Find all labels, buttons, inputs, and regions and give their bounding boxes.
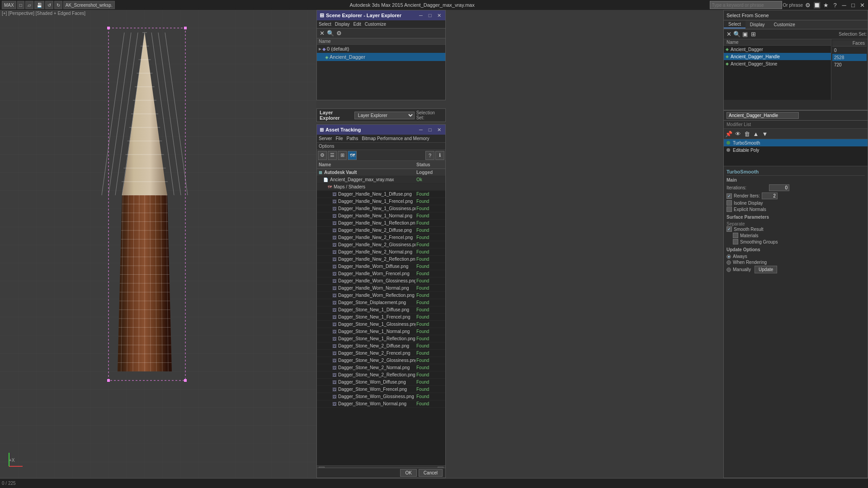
sfs-item-stone[interactable]: ◆ Ancient_Dagger_Stone <box>724 60 831 67</box>
new-btn[interactable]: □ <box>17 1 24 9</box>
at-list-item[interactable]: 🖼Dagger_Stone_New_1_Reflection.pngFound <box>317 335 445 343</box>
at-list-item[interactable]: 🖼Dagger_Stone_New_2_Normal.pngFound <box>317 364 445 371</box>
isoline-checkbox[interactable] <box>726 200 732 206</box>
at-list-item[interactable]: 🖼Dagger_Handle_New_1_Diffuse.pngFound <box>317 191 445 198</box>
scene-filter-btn[interactable]: 🔍 <box>326 29 335 38</box>
mod-move-up-btn[interactable]: ▲ <box>752 130 760 138</box>
sfs-group-btn[interactable]: ⊞ <box>749 30 757 38</box>
at-list-item[interactable]: 🖼Dagger_Handle_New_2_Glossiness.pngFound <box>317 241 445 249</box>
at-list-item[interactable]: 🖼Dagger_Handle_New_1_Frencel.pngFound <box>317 198 445 205</box>
at-list-item[interactable]: 🖼Dagger_Handle_New_1_Normal.pngFound <box>317 212 445 220</box>
scene-options-btn[interactable]: ⚙ <box>335 29 343 38</box>
smoothing-groups-checkbox[interactable] <box>733 239 738 244</box>
render-iters-input[interactable] <box>762 192 778 199</box>
at-ok-btn[interactable]: OK <box>400 469 416 477</box>
scene-menu-select[interactable]: Select <box>319 22 331 27</box>
at-vault-btn[interactable]: ⚙ <box>318 151 327 160</box>
at-list-item[interactable]: 🖼Dagger_Stone_Worn_Glossiness.pngFound <box>317 393 445 400</box>
render-iters-checkbox[interactable] <box>726 193 732 199</box>
at-list-item[interactable]: 🖼Dagger_Handle_New_1_Reflection.pngFound <box>317 220 445 227</box>
at-info-btn[interactable]: ℹ <box>435 151 444 160</box>
at-cancel-btn[interactable]: Cancel <box>419 469 443 477</box>
sfs-display-btn[interactable]: ▣ <box>741 30 749 38</box>
at-list-item[interactable]: 🖼Dagger_Handle_New_2_Diffuse.pngFound <box>317 227 445 234</box>
at-list-item[interactable]: 🖼Dagger_Stone_New_2_Diffuse.pngFound <box>317 343 445 350</box>
sfs-tab-customize[interactable]: Customize <box>769 21 800 28</box>
tree-row-ancient-dagger[interactable]: ◈ Ancient_Dagger <box>317 53 445 61</box>
at-list-item[interactable]: 🖼Dagger_Stone_Worn_Normal.pngFound <box>317 400 445 408</box>
at-list-item[interactable]: 🖼Dagger_Handle_Worn_Reflection.pngFound <box>317 292 445 299</box>
at-list-item[interactable]: 🖼Dagger_Stone_New_1_Diffuse.pngFound <box>317 306 445 314</box>
smooth-result-checkbox[interactable] <box>726 226 732 232</box>
sfs-filter-btn[interactable]: 🔍 <box>733 30 741 38</box>
at-list-item[interactable]: ⊞Autodesk VaultLogged <box>317 169 445 176</box>
mod-move-down-btn[interactable]: ▼ <box>761 130 769 138</box>
at-list-item[interactable]: 🖼Dagger_Handle_New_2_Frencel.pngFound <box>317 234 445 241</box>
at-list-item[interactable]: 🖼Dagger_Stone_New_1_Glossiness.pngFound <box>317 321 445 328</box>
render-icon-btn[interactable]: 🔲 <box>813 1 821 9</box>
materials-checkbox[interactable] <box>733 233 738 238</box>
scene-explorer-close-btn[interactable]: ✕ <box>435 12 443 19</box>
tree-row-default-layer[interactable]: ▶ ◆ 0 (default) <box>317 45 445 53</box>
at-help-btn[interactable]: ? <box>425 151 434 160</box>
at-list-item[interactable]: 🗺Maps / Shaders <box>317 183 445 191</box>
at-list-item[interactable]: 🖼Dagger_Stone_Worn_Diffuse.pngFound <box>317 379 445 386</box>
redo-btn[interactable]: ↻ <box>54 1 62 9</box>
mod-item-turbosmooth[interactable]: TurboSmooth <box>724 139 868 146</box>
at-list-item[interactable]: 🖼Dagger_Stone_New_1_Frencel.pngFound <box>317 314 445 321</box>
file-name-btn[interactable]: AK_Screenshot_wrksp. <box>63 1 115 9</box>
maximize-btn[interactable]: □ <box>849 1 857 9</box>
help-icon-btn[interactable]: ? <box>831 1 839 9</box>
always-radio[interactable] <box>726 254 731 259</box>
sfs-item-dagger[interactable]: ◆ Ancient_Dagger <box>724 46 831 53</box>
scene-explorer-minimize-btn[interactable]: ─ <box>417 12 425 19</box>
sfs-tab-display[interactable]: Display <box>745 21 769 28</box>
minimize-btn[interactable]: ─ <box>840 1 848 9</box>
at-maximize-btn[interactable]: □ <box>426 126 434 133</box>
sfs-close-btn[interactable]: ✕ <box>725 30 733 38</box>
at-menu-bitmap[interactable]: Bitmap Performance and Memory <box>362 136 429 141</box>
scene-menu-customize[interactable]: Customize <box>365 22 386 27</box>
scene-menu-display[interactable]: Display <box>335 22 350 27</box>
explicit-normals-checkbox[interactable] <box>726 206 732 212</box>
tools-icon-btn[interactable]: ⚙ <box>804 1 812 9</box>
at-list-item[interactable]: 🖼Dagger_Handle_Worn_Normal.pngFound <box>317 285 445 292</box>
mod-delete-btn[interactable]: 🗑 <box>743 130 751 138</box>
at-map-btn[interactable]: 🗺 <box>348 151 357 160</box>
close-btn[interactable]: ✕ <box>858 1 866 9</box>
iterations-input[interactable] <box>769 184 789 191</box>
scene-close-btn[interactable]: ✕ <box>318 29 326 38</box>
at-close-btn[interactable]: ✕ <box>435 126 443 133</box>
at-list-item[interactable]: 🖼Dagger_Handle_New_1_Glossiness.pngFound <box>317 205 445 212</box>
at-list-item[interactable]: 🖼Dagger_Stone_New_2_Frencel.pngFound <box>317 350 445 357</box>
at-list-item[interactable]: 🖼Dagger_Stone_Worn_Frencel.pngFound <box>317 386 445 393</box>
star-icon-btn[interactable]: ★ <box>822 1 830 9</box>
max-logo-btn[interactable]: MAX <box>2 1 16 9</box>
mod-show-btn[interactable]: 👁 <box>734 130 742 138</box>
layer-explorer-dropdown[interactable]: Layer Explorer <box>354 112 415 119</box>
scene-menu-edit[interactable]: Edit <box>354 22 361 27</box>
at-list-btn[interactable]: ☰ <box>328 151 337 160</box>
at-menu-paths[interactable]: Paths <box>347 136 359 141</box>
mod-item-editpoly[interactable]: Editable Poly <box>724 146 868 154</box>
at-menu-file[interactable]: File <box>335 136 343 141</box>
mod-pin-btn[interactable]: 📌 <box>725 130 733 138</box>
update-btn[interactable]: Update <box>755 266 777 273</box>
at-list-item[interactable]: 🖼Dagger_Handle_Worn_Frencel.pngFound <box>317 270 445 277</box>
manually-radio[interactable] <box>726 267 731 272</box>
sfs-tab-select[interactable]: Select <box>724 21 745 28</box>
at-list-item[interactable]: 🖼Dagger_Handle_Worn_Diffuse.pngFound <box>317 263 445 270</box>
at-list-item[interactable]: 🖼Dagger_Stone_New_1_Normal.pngFound <box>317 328 445 335</box>
scene-explorer-maximize-btn[interactable]: □ <box>426 12 434 19</box>
at-options-label[interactable]: Options <box>319 144 334 149</box>
sfs-item-handle[interactable]: ◆ Ancient_Dagger_Handle <box>724 53 831 60</box>
viewport-canvas[interactable] <box>0 10 316 478</box>
at-list-item[interactable]: 📄Ancient_Dagger_max_vray.maxOk <box>317 176 445 183</box>
at-grid-btn[interactable]: ⊞ <box>338 151 347 160</box>
at-list-item[interactable]: 🖼Dagger_Stone_New_2_Reflection.pngFound <box>317 371 445 379</box>
object-name-field[interactable] <box>726 112 799 119</box>
at-list-item[interactable]: 🖼Dagger_Handle_New_2_Normal.pngFound <box>317 249 445 256</box>
at-list-item[interactable]: 🖼Dagger_Handle_New_2_Reflection.pngFound <box>317 256 445 263</box>
open-btn[interactable]: ▱ <box>25 1 33 9</box>
at-menu-server[interactable]: Server <box>319 136 332 141</box>
